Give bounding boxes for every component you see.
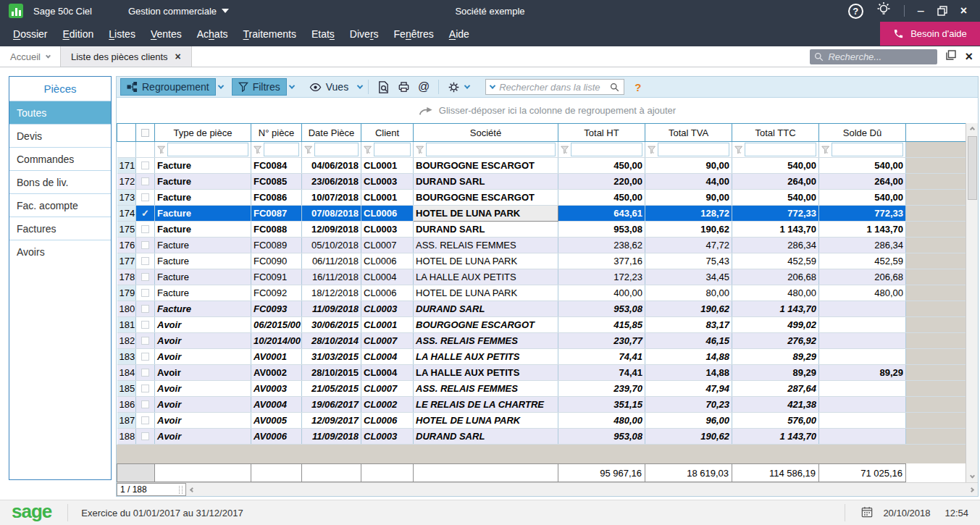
cell-type[interactable]: Avoir [155,349,251,365]
cell-societe[interactable]: DURAND SARL [414,222,558,238]
row-number[interactable]: 184 [117,365,136,381]
cell-solde-du[interactable] [819,429,906,445]
cell-total-ht[interactable]: 953,08 [558,222,645,238]
cell-societe[interactable]: HOTEL DE LUNA PARK [414,253,558,269]
cell-client[interactable]: CL0003 [361,222,414,238]
row-number[interactable]: 172 [117,174,136,190]
cell-solde-du[interactable]: 540,00 [819,158,906,174]
table-row-171[interactable]: 171FactureFC008404/06/2018CL0001BOURGOGN… [117,158,978,174]
cell-type[interactable]: Facture [155,253,251,269]
cell-date[interactable]: 16/11/2018 [302,269,361,285]
filter-input-date-pi-ce[interactable] [314,143,359,156]
column-header-n--pi-ce[interactable]: N° pièce [251,124,302,142]
cell-piece-number[interactable]: AV0003 [251,381,302,397]
cell-client[interactable]: CL0003 [361,429,414,445]
cell-piece-number[interactable]: FC0084 [251,158,302,174]
close-button[interactable]: × [960,5,967,17]
cell-solde-du[interactable]: 540,00 [819,190,906,206]
column-header-total-ht[interactable]: Total HT [558,124,645,142]
cell-total-tva[interactable]: 47,94 [645,381,732,397]
cell-societe[interactable]: LA HALLE AUX PETITS [414,349,558,365]
cell-solde-du[interactable]: 452,59 [819,253,906,269]
table-row-184[interactable]: 184AvoirAV000228/10/2015CL0004LA HALLE A… [117,365,978,381]
cell-client[interactable]: CL0004 [361,349,414,365]
cell-total-ht[interactable]: 351,15 [558,397,645,413]
cell-total-ttc[interactable]: 276,92 [732,333,819,349]
cell-total-ttc[interactable]: 452,59 [732,253,819,269]
row-number[interactable]: 174 [117,206,136,222]
cell-date[interactable]: 12/09/2017 [302,413,361,429]
menu-item-fentres[interactable]: Fenêtres [394,28,449,40]
cell-total-tva[interactable]: 70,23 [645,397,732,413]
row-number[interactable]: 180 [117,301,136,317]
sidebar-item-bonsdeliv[interactable]: Bons de liv. [9,170,111,193]
scroll-up-icon[interactable] [966,123,978,135]
tile-windows-icon[interactable] [946,50,956,63]
cell-piece-number[interactable]: AV0001 [251,349,302,365]
cell-total-tva[interactable]: 14,88 [645,365,732,381]
cell-client[interactable]: CL0003 [361,174,414,190]
cell-piece-number[interactable]: FC0093 [251,301,302,317]
cell-total-ht[interactable]: 74,41 [558,365,645,381]
row-checkbox[interactable] [136,222,155,238]
cell-type[interactable]: Facture [155,301,251,317]
cell-total-tva[interactable]: 44,00 [645,174,732,190]
global-search[interactable] [810,49,937,64]
cell-total-tva[interactable]: 190,62 [645,222,732,238]
cell-client[interactable]: CL0004 [361,365,414,381]
cell-societe[interactable]: DURAND SARL [414,301,558,317]
cell-total-ht[interactable]: 400,00 [558,285,645,301]
cell-solde-du[interactable] [819,381,906,397]
cell-piece-number[interactable]: AV0002 [251,365,302,381]
pager-indicator[interactable]: 1 / 188 [117,483,186,496]
cell-date[interactable]: 06/11/2018 [302,253,361,269]
table-row-186[interactable]: 186AvoirAV000419/06/2017CL0002LE RELAIS … [117,397,978,413]
cell-client[interactable]: CL0001 [361,158,414,174]
table-row-187[interactable]: 187AvoirAV000512/09/2017CL0006HOTEL DE L… [117,413,978,429]
cell-total-ttc[interactable]: 540,00 [732,190,819,206]
cell-total-tva[interactable]: 128,72 [645,206,732,222]
close-panel-icon[interactable]: × [965,49,973,64]
cell-piece-number[interactable]: AV0004 [251,397,302,413]
row-checkbox[interactable] [136,158,155,174]
cell-date[interactable]: 12/09/2018 [302,222,361,238]
filter-dropdown-icon[interactable] [289,83,295,88]
scroll-right-icon[interactable] [969,487,974,492]
cell-type[interactable]: Facture [155,269,251,285]
cell-total-ht[interactable]: 480,00 [558,413,645,429]
cell-total-tva[interactable]: 46,15 [645,333,732,349]
column-header-client[interactable]: Client [361,124,414,142]
cell-type[interactable]: Avoir [155,333,251,349]
filter-input-total-ttc[interactable] [745,143,816,156]
row-number[interactable]: 177 [117,253,136,269]
row-checkbox[interactable] [136,333,155,349]
menu-item-traitements[interactable]: Traitements [243,28,311,40]
cell-total-ttc[interactable]: 1 143,70 [732,222,819,238]
restore-button[interactable] [937,6,947,16]
cell-type[interactable]: Facture [155,158,251,174]
cell-societe[interactable]: HOTEL DE LUNA PARK [414,285,558,301]
cell-total-tva[interactable]: 190,62 [645,301,732,317]
table-row-175[interactable]: 175FactureFC008812/09/2018CL0003DURAND S… [117,222,978,238]
cell-piece-number[interactable]: FC0092 [251,285,302,301]
cell-solde-du[interactable] [819,333,906,349]
cell-total-tva[interactable]: 190,62 [645,429,732,445]
menu-item-achats[interactable]: Achats [197,28,243,40]
cell-piece-number[interactable]: AV0006 [251,429,302,445]
cell-solde-du[interactable] [819,349,906,365]
cell-type[interactable]: Avoir [155,413,251,429]
cell-total-ht[interactable]: 74,41 [558,349,645,365]
cell-societe[interactable]: HOTEL DE LUNA PARK [414,413,558,429]
menu-item-ventes[interactable]: Ventes [151,28,197,40]
cell-client[interactable]: CL0001 [361,190,414,206]
cell-total-tva[interactable]: 96,00 [645,413,732,429]
module-selector[interactable]: Gestion commerciale [128,6,229,17]
table-row-173[interactable]: 173FactureFC008610/07/2018CL0001BOURGOGN… [117,190,978,206]
cell-date[interactable]: 10/07/2018 [302,190,361,206]
settings-gear-icon[interactable] [445,78,462,96]
cell-societe[interactable]: BOURGOGNE ESCARGOT [414,190,558,206]
cell-total-tva[interactable]: 83,17 [645,317,732,333]
table-row-176[interactable]: 176FactureFC008905/10/2018CL0007ASS. REL… [117,238,978,253]
cell-total-ttc[interactable]: 287,64 [732,381,819,397]
filter-input-soci-t-[interactable] [426,143,556,156]
